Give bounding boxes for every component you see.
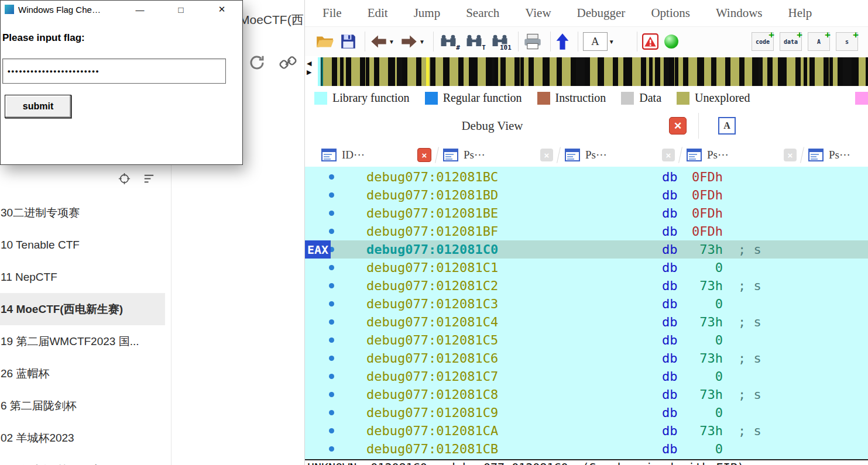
disasm-row[interactable]: debug077:012081C1db0 [305, 259, 868, 277]
breakpoint-gutter[interactable] [305, 222, 366, 240]
breakpoint-gutter[interactable] [305, 349, 366, 367]
disasm-row[interactable]: debug077:012081BDdb0FDh [305, 186, 868, 204]
list-item[interactable]: 11 NepCTF [0, 261, 171, 293]
font-selector[interactable]: A ▼ [583, 32, 615, 51]
tab-3[interactable]: Ps···× [559, 143, 681, 167]
comment: ; s [738, 349, 761, 367]
list-item[interactable]: 30二进制专项赛 [0, 197, 171, 229]
disasm-view[interactable]: EAX debug077:012081BCdb0FDhdebug077:0120… [305, 167, 868, 460]
disasm-row[interactable]: debug077:012081C2db73h; s [305, 277, 868, 295]
disasm-row[interactable]: debug077:012081C5db0 [305, 331, 868, 349]
disasm-row[interactable]: debug077:012081C4db73h; s [305, 313, 868, 331]
debugger-status-icon[interactable] [664, 35, 678, 49]
font-frame-icon[interactable]: A [718, 117, 736, 135]
disasm-row[interactable]: debug077:012081CBdb0 [305, 440, 868, 458]
disasm-row[interactable]: debug077:012081CAdb73h; s [305, 422, 868, 440]
list-item[interactable]: 10 Tenable CTF [0, 229, 171, 261]
maximize-button[interactable]: □ [160, 5, 201, 15]
link-icon[interactable] [279, 54, 297, 71]
breakpoint-gutter[interactable] [305, 367, 366, 385]
refresh-icon[interactable] [248, 54, 266, 71]
menu-search[interactable]: Search [466, 6, 499, 20]
create-name-icon[interactable]: A+ [808, 32, 830, 51]
breakpoint-gutter[interactable] [305, 313, 366, 331]
breakpoint-gutter[interactable] [305, 440, 366, 458]
list-item[interactable]: 6 第二届陇剑杯 [0, 390, 171, 422]
menu-debugger[interactable]: Debugger [577, 6, 626, 20]
tab-close-icon[interactable]: × [662, 149, 675, 161]
search-hex-icon[interactable]: # [438, 33, 458, 50]
dialog-titlebar[interactable]: Windows Flag Che… — □ ✕ [1, 1, 242, 18]
menu-help[interactable]: Help [788, 6, 812, 20]
breakpoint-gutter[interactable] [305, 259, 366, 277]
navigation-band[interactable] [318, 57, 868, 86]
chevron-down-icon[interactable]: ▼ [419, 39, 425, 45]
scroll-right-icon[interactable]: ▶ [307, 68, 317, 77]
disasm-row[interactable]: debug077:012081C7db0 [305, 367, 868, 385]
tab-2[interactable]: Ps···× [437, 143, 559, 167]
produce-file-icon[interactable] [523, 33, 542, 50]
close-icon[interactable]: ✕ [669, 117, 687, 135]
save-icon[interactable] [340, 33, 356, 50]
crosshair-icon[interactable] [118, 172, 131, 185]
tab-close-icon[interactable]: × [417, 148, 431, 162]
tab-1[interactable]: ID···× [315, 143, 437, 167]
sort-list-icon[interactable] [142, 172, 156, 185]
disasm-row[interactable]: debug077:012081C9db0 [305, 404, 868, 422]
create-name-box: A+ [808, 32, 830, 51]
close-button[interactable]: ✕ [201, 4, 242, 15]
breakpoint-gutter[interactable] [305, 422, 366, 440]
disasm-row[interactable]: debug077:012081C6db73h; s [305, 349, 868, 367]
search-binary-icon[interactable]: 101 [490, 33, 510, 50]
chevron-down-icon[interactable]: ▼ [389, 39, 394, 45]
address: debug077:012081C4 [366, 313, 662, 331]
menu-windows[interactable]: Windows [716, 6, 763, 20]
disasm-row[interactable]: debug077:012081BFdb0FDh [305, 222, 868, 240]
disasm-row[interactable]: debug077:012081C0db73h; s [305, 240, 868, 259]
breakpoint-gutter[interactable] [305, 404, 366, 422]
jump-up-icon[interactable] [555, 33, 569, 50]
open-file-icon[interactable] [315, 34, 334, 49]
list-item[interactable]: 26 蓝帽杯 [0, 357, 171, 390]
tab-4[interactable]: Ps···× [681, 143, 802, 167]
breakpoint-gutter[interactable] [305, 331, 366, 349]
navigate-back-icon[interactable]: ▼ [370, 34, 394, 49]
navband-scroll-arrows[interactable]: ◀ ▶ [307, 59, 317, 77]
disasm-row[interactable]: debug077:012081C3db0 [305, 295, 868, 313]
disasm-row[interactable]: debug077:012081BEdb0FDh [305, 204, 868, 222]
disasm-row[interactable]: debug077:012081BCdb0FDh [305, 168, 868, 186]
list-item[interactable]: 14 MoeCTF(西电新生赛) [0, 293, 165, 325]
problems-icon[interactable] [642, 33, 658, 50]
submit-button[interactable]: submit [5, 95, 71, 118]
chevron-down-icon[interactable]: ▼ [609, 39, 615, 45]
breakpoint-gutter[interactable] [305, 186, 366, 204]
breakpoint-gutter[interactable] [305, 204, 366, 222]
menu-options[interactable]: Options [651, 6, 690, 20]
create-data-icon[interactable]: data+ [780, 32, 802, 51]
mnemonic: db [662, 277, 691, 295]
flag-input[interactable]: •••••••••••••••••••••••• [2, 58, 226, 84]
scroll-left-icon[interactable]: ◀ [307, 59, 317, 68]
breakpoint-gutter[interactable] [305, 168, 366, 186]
menu-jump[interactable]: Jump [414, 6, 441, 20]
menu-edit[interactable]: Edit [368, 6, 388, 20]
breakpoint-gutter[interactable] [305, 385, 366, 404]
navigate-forward-icon[interactable]: ▼ [400, 34, 425, 49]
menu-view[interactable]: View [525, 6, 551, 20]
mnemonic: db [662, 186, 691, 204]
menu-bar: FileEditJumpSearchViewDebuggerOptionsWin… [305, 0, 868, 26]
list-item[interactable]: 19 第二届WMCTF2023 国... [0, 325, 171, 357]
create-string-icon[interactable]: s+ [836, 32, 858, 51]
list-item[interactable]: 02 羊城杯2023 [0, 422, 171, 454]
menu-file[interactable]: File [323, 6, 342, 20]
list-item[interactable]: 27 "华为杯"第二届中国研... [0, 454, 171, 465]
breakpoint-gutter[interactable] [305, 295, 366, 313]
disasm-row[interactable]: debug077:012081C8db73h; s [305, 385, 868, 404]
breakpoint-gutter[interactable] [305, 277, 366, 295]
tab-close-icon[interactable]: × [784, 149, 797, 161]
minimize-button[interactable]: — [119, 5, 160, 15]
create-code-icon[interactable]: code+ [752, 32, 774, 51]
tab-5[interactable]: Ps···× [802, 143, 868, 167]
tab-close-icon[interactable]: × [540, 149, 553, 161]
search-text-icon[interactable]: T [464, 33, 484, 50]
